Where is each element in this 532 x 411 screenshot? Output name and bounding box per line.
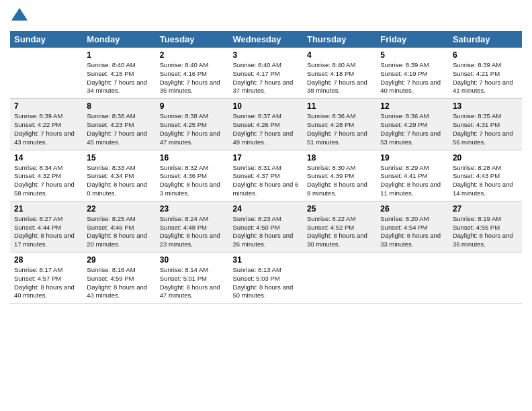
calendar-cell: 27Sunrise: 8:19 AMSunset: 4:55 PMDayligh… (449, 201, 522, 252)
calendar-cell: 29Sunrise: 8:16 AMSunset: 4:59 PMDayligh… (83, 253, 155, 304)
day-info: Sunrise: 8:16 AMSunset: 4:59 PMDaylight:… (87, 266, 151, 300)
day-number: 11 (307, 101, 372, 111)
day-info: Sunrise: 8:40 AMSunset: 4:18 PMDaylight:… (307, 61, 372, 95)
day-number: 14 (14, 153, 79, 163)
header (10, 7, 522, 26)
calendar-table: SundayMondayTuesdayWednesdayThursdayFrid… (10, 31, 522, 304)
day-info: Sunrise: 8:29 AMSunset: 4:41 PMDaylight:… (380, 164, 445, 198)
day-info: Sunrise: 8:23 AMSunset: 4:50 PMDaylight:… (233, 215, 299, 249)
calendar-cell: 21Sunrise: 8:27 AMSunset: 4:44 PMDayligh… (10, 201, 83, 252)
calendar-week-5: 28Sunrise: 8:17 AMSunset: 4:57 PMDayligh… (10, 253, 522, 304)
day-info: Sunrise: 8:39 AMSunset: 4:19 PMDaylight:… (380, 61, 445, 95)
calendar-cell (376, 253, 449, 304)
day-number: 6 (453, 50, 518, 60)
col-header-monday: Monday (83, 31, 155, 48)
day-info: Sunrise: 8:40 AMSunset: 4:17 PMDaylight:… (233, 61, 299, 95)
day-info: Sunrise: 8:32 AMSunset: 4:36 PMDaylight:… (160, 164, 225, 198)
calendar-cell: 19Sunrise: 8:29 AMSunset: 4:41 PMDayligh… (376, 150, 449, 201)
calendar-cell: 31Sunrise: 8:13 AMSunset: 5:03 PMDayligh… (229, 253, 303, 304)
calendar-cell: 1Sunrise: 8:40 AMSunset: 4:15 PMDaylight… (83, 48, 155, 99)
calendar-cell: 17Sunrise: 8:31 AMSunset: 4:37 PMDayligh… (229, 150, 303, 201)
day-info: Sunrise: 8:38 AMSunset: 4:25 PMDaylight:… (160, 112, 225, 146)
day-info: Sunrise: 8:38 AMSunset: 4:23 PMDaylight:… (87, 112, 151, 146)
col-header-wednesday: Wednesday (229, 31, 303, 48)
day-info: Sunrise: 8:39 AMSunset: 4:22 PMDaylight:… (14, 112, 79, 146)
calendar-week-1: 1Sunrise: 8:40 AMSunset: 4:15 PMDaylight… (10, 48, 522, 99)
calendar-week-3: 14Sunrise: 8:34 AMSunset: 4:32 PMDayligh… (10, 150, 522, 201)
col-header-friday: Friday (376, 31, 449, 48)
day-info: Sunrise: 8:40 AMSunset: 4:16 PMDaylight:… (160, 61, 225, 95)
day-number: 19 (380, 153, 445, 163)
logo-icon (10, 7, 29, 26)
calendar-week-2: 7Sunrise: 8:39 AMSunset: 4:22 PMDaylight… (10, 99, 522, 150)
day-info: Sunrise: 8:25 AMSunset: 4:46 PMDaylight:… (87, 215, 151, 249)
day-number: 7 (14, 101, 79, 111)
day-info: Sunrise: 8:17 AMSunset: 4:57 PMDaylight:… (14, 266, 79, 300)
calendar-cell: 22Sunrise: 8:25 AMSunset: 4:46 PMDayligh… (83, 201, 155, 252)
day-info: Sunrise: 8:34 AMSunset: 4:32 PMDaylight:… (14, 164, 79, 198)
calendar-cell: 15Sunrise: 8:33 AMSunset: 4:34 PMDayligh… (83, 150, 155, 201)
day-info: Sunrise: 8:22 AMSunset: 4:52 PMDaylight:… (307, 215, 372, 249)
day-number: 8 (87, 101, 151, 111)
col-header-thursday: Thursday (303, 31, 376, 48)
calendar-cell: 25Sunrise: 8:22 AMSunset: 4:52 PMDayligh… (303, 201, 376, 252)
day-info: Sunrise: 8:33 AMSunset: 4:34 PMDaylight:… (87, 164, 151, 198)
calendar-cell (303, 253, 376, 304)
day-info: Sunrise: 8:13 AMSunset: 5:03 PMDaylight:… (233, 266, 299, 300)
day-number: 2 (160, 50, 225, 60)
calendar-cell: 28Sunrise: 8:17 AMSunset: 4:57 PMDayligh… (10, 253, 83, 304)
day-number: 3 (233, 50, 299, 60)
day-number: 12 (380, 101, 445, 111)
day-number: 29 (87, 255, 151, 265)
day-number: 18 (307, 153, 372, 163)
calendar-cell: 8Sunrise: 8:38 AMSunset: 4:23 PMDaylight… (83, 99, 155, 150)
day-info: Sunrise: 8:27 AMSunset: 4:44 PMDaylight:… (14, 215, 79, 249)
day-info: Sunrise: 8:39 AMSunset: 4:21 PMDaylight:… (453, 61, 518, 95)
col-header-sunday: Sunday (10, 31, 83, 48)
calendar-cell: 11Sunrise: 8:36 AMSunset: 4:28 PMDayligh… (303, 99, 376, 150)
day-number: 28 (14, 255, 79, 265)
day-number: 30 (160, 255, 225, 265)
day-info: Sunrise: 8:14 AMSunset: 5:01 PMDaylight:… (160, 266, 225, 300)
calendar-week-4: 21Sunrise: 8:27 AMSunset: 4:44 PMDayligh… (10, 201, 522, 252)
calendar-cell: 30Sunrise: 8:14 AMSunset: 5:01 PMDayligh… (156, 253, 229, 304)
calendar-cell (449, 253, 522, 304)
day-info: Sunrise: 8:30 AMSunset: 4:39 PMDaylight:… (307, 164, 372, 198)
day-number: 21 (14, 204, 79, 214)
calendar-cell: 13Sunrise: 8:35 AMSunset: 4:31 PMDayligh… (449, 99, 522, 150)
calendar-cell: 6Sunrise: 8:39 AMSunset: 4:21 PMDaylight… (449, 48, 522, 99)
day-number: 22 (87, 204, 151, 214)
day-number: 24 (233, 204, 299, 214)
day-number: 20 (453, 153, 518, 163)
day-number: 5 (380, 50, 445, 60)
calendar-cell: 12Sunrise: 8:36 AMSunset: 4:29 PMDayligh… (376, 99, 449, 150)
day-number: 10 (233, 101, 299, 111)
day-number: 23 (160, 204, 225, 214)
calendar-cell: 10Sunrise: 8:37 AMSunset: 4:26 PMDayligh… (229, 99, 303, 150)
day-info: Sunrise: 8:40 AMSunset: 4:15 PMDaylight:… (87, 61, 151, 95)
day-number: 16 (160, 153, 225, 163)
calendar-cell (10, 48, 83, 99)
calendar-cell: 4Sunrise: 8:40 AMSunset: 4:18 PMDaylight… (303, 48, 376, 99)
day-number: 1 (87, 50, 151, 60)
calendar-cell: 2Sunrise: 8:40 AMSunset: 4:16 PMDaylight… (156, 48, 229, 99)
calendar-cell: 3Sunrise: 8:40 AMSunset: 4:17 PMDaylight… (229, 48, 303, 99)
day-info: Sunrise: 8:28 AMSunset: 4:43 PMDaylight:… (453, 164, 518, 198)
day-info: Sunrise: 8:36 AMSunset: 4:28 PMDaylight:… (307, 112, 372, 146)
day-number: 13 (453, 101, 518, 111)
calendar-cell: 24Sunrise: 8:23 AMSunset: 4:50 PMDayligh… (229, 201, 303, 252)
day-number: 27 (453, 204, 518, 214)
day-info: Sunrise: 8:36 AMSunset: 4:29 PMDaylight:… (380, 112, 445, 146)
day-info: Sunrise: 8:35 AMSunset: 4:31 PMDaylight:… (453, 112, 518, 146)
col-header-tuesday: Tuesday (156, 31, 229, 48)
calendar-cell: 7Sunrise: 8:39 AMSunset: 4:22 PMDaylight… (10, 99, 83, 150)
day-number: 9 (160, 101, 225, 111)
day-info: Sunrise: 8:20 AMSunset: 4:54 PMDaylight:… (380, 215, 445, 249)
day-info: Sunrise: 8:19 AMSunset: 4:55 PMDaylight:… (453, 215, 518, 249)
day-number: 26 (380, 204, 445, 214)
day-number: 4 (307, 50, 372, 60)
calendar-cell: 16Sunrise: 8:32 AMSunset: 4:36 PMDayligh… (156, 150, 229, 201)
day-info: Sunrise: 8:37 AMSunset: 4:26 PMDaylight:… (233, 112, 299, 146)
day-number: 31 (233, 255, 299, 265)
calendar-cell: 20Sunrise: 8:28 AMSunset: 4:43 PMDayligh… (449, 150, 522, 201)
